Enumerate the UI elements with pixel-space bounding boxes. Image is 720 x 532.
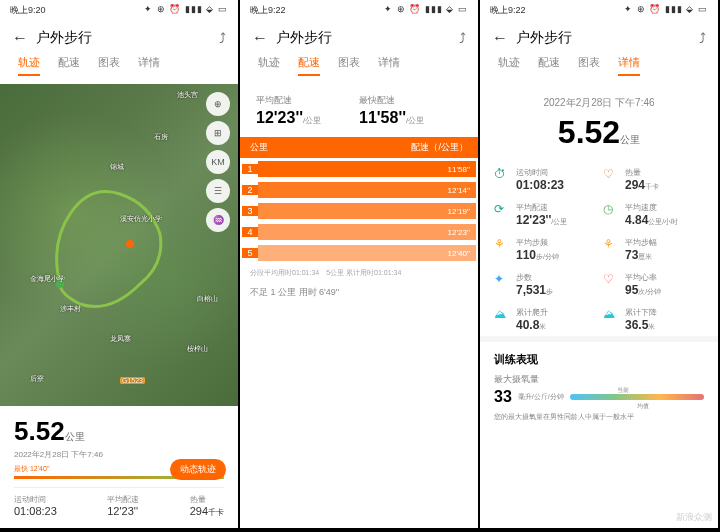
tab-chart[interactable]: 图表: [578, 55, 600, 76]
map-layers-icon[interactable]: ☰: [206, 179, 230, 203]
tab-track[interactable]: 轨迹: [498, 55, 520, 76]
map-km-icon[interactable]: KM: [206, 150, 230, 174]
stat-item: ♡热量294千卡: [603, 167, 704, 192]
training-section: 训练表现 最大摄氧量 33 毫升/公斤/分钟 当前 均值 您的最大摄氧量在男性同…: [480, 336, 718, 432]
map-poi: 桉梓山: [187, 344, 208, 354]
stat-icon: ◷: [603, 202, 619, 227]
status-bar: 晚上9:20✦ ⊕ ⏰ ▮▮▮ ⬙ ▭: [0, 0, 238, 21]
page-title: 户外步行: [36, 29, 211, 47]
header: ← 户外步行 ⤴: [480, 21, 718, 55]
pace-row: 412'23'': [240, 222, 478, 242]
map-poi: 池头宫: [177, 90, 198, 100]
vo2-value: 33: [494, 388, 512, 406]
map-route-icon[interactable]: ♒: [206, 208, 230, 232]
map-poi: 金海尾小学: [30, 274, 65, 284]
header: ← 户外步行 ⤴: [0, 21, 238, 55]
share-icon[interactable]: ⤴: [219, 30, 226, 46]
stat-icon: ⟳: [494, 202, 510, 227]
vo2-bar: 当前 均值: [570, 394, 704, 400]
tab-chart[interactable]: 图表: [338, 55, 360, 76]
stat-icon: ♡: [603, 272, 619, 297]
map-poi: 石房: [154, 132, 168, 142]
pace-row: 512'40'': [240, 243, 478, 263]
page-title: 户外步行: [276, 29, 451, 47]
tabs: 轨迹 配速 图表 详情: [240, 55, 478, 84]
stat-icon: ✦: [494, 272, 510, 297]
page-title: 户外步行: [516, 29, 691, 47]
tab-chart[interactable]: 图表: [98, 55, 120, 76]
back-icon[interactable]: ←: [12, 29, 28, 47]
stat-item: ✦步数7,531步: [494, 272, 595, 297]
summary-card: 动态轨迹 5.52公里 2022年2月28日 下午7:46 最快 12'40''…: [0, 406, 238, 528]
status-bar: 晚上9:22✦ ⊕ ⏰ ▮▮▮ ⬙ ▭: [480, 0, 718, 21]
tabs: 轨迹 配速 图表 详情: [0, 55, 238, 84]
pace-summary: 平均配速12'23''/公里 最快配速11'58''/公里: [240, 84, 478, 137]
stat-icon: ♡: [603, 167, 619, 192]
svg-point-1: [126, 240, 134, 248]
screen-pace: 晚上9:22✦ ⊕ ⏰ ▮▮▮ ⬙ ▭ ← 户外步行 ⤴ 轨迹 配速 图表 详情…: [240, 0, 478, 528]
stats-grid: ⏱运动时间01:08:23♡热量294千卡⟳平均配速12'23''/公里◷平均速…: [480, 163, 718, 336]
stat-icon: ⚘: [603, 237, 619, 262]
watermark: 新浪众测: [676, 511, 712, 524]
map-locate-icon[interactable]: ⊕: [206, 92, 230, 116]
tabs: 轨迹 配速 图表 详情: [480, 55, 718, 84]
back-icon[interactable]: ←: [492, 29, 508, 47]
dynamic-track-button[interactable]: 动态轨迹: [170, 459, 226, 480]
map-poi: 溪安仿光小学: [120, 214, 162, 224]
map-poi: 锦城: [110, 162, 124, 172]
tab-pace[interactable]: 配速: [298, 55, 320, 76]
map-poi: 涉丰村: [60, 304, 81, 314]
stat-icon: ⚘: [494, 237, 510, 262]
distance-value: 5.52: [14, 416, 65, 446]
stat-item: ◷平均速度4.84公里/小时: [603, 202, 704, 227]
status-bar: 晚上9:22✦ ⊕ ⏰ ▮▮▮ ⬙ ▭: [240, 0, 478, 21]
screen-detail: 晚上9:22✦ ⊕ ⏰ ▮▮▮ ⬙ ▭ ← 户外步行 ⤴ 轨迹 配速 图表 详情…: [480, 0, 718, 528]
stat-item: ⏱运动时间01:08:23: [494, 167, 595, 192]
share-icon[interactable]: ⤴: [459, 30, 466, 46]
back-icon[interactable]: ←: [252, 29, 268, 47]
stat-item: ⚘平均步幅73厘米: [603, 237, 704, 262]
map-poi: 龙凤寨: [110, 334, 131, 344]
pace-row: 111'58'': [240, 159, 478, 179]
map-road: G1523: [120, 377, 145, 384]
screen-track: 晚上9:20✦ ⊕ ⏰ ▮▮▮ ⬙ ▭ ← 户外步行 ⤴ 轨迹 配速 图表 详情…: [0, 0, 238, 528]
stat-icon: ⛰: [603, 307, 619, 332]
tab-track[interactable]: 轨迹: [258, 55, 280, 76]
pace-table-header: 公里配速（/公里）: [240, 137, 478, 158]
stat-item: ♡平均心率95次/分钟: [603, 272, 704, 297]
map-view[interactable]: 池头宫 石房 锦城 溪安仿光小学 金海尾小学 涉丰村 龙凤寨 后寮 桉梓山 白榕…: [0, 84, 238, 406]
map-type-icon[interactable]: ⊞: [206, 121, 230, 145]
tab-detail[interactable]: 详情: [138, 55, 160, 76]
stat-icon: ⏱: [494, 167, 510, 192]
stat-icon: ⛰: [494, 307, 510, 332]
stat-item: ⛰累计爬升40.8米: [494, 307, 595, 332]
share-icon[interactable]: ⤴: [699, 30, 706, 46]
tab-track[interactable]: 轨迹: [18, 55, 40, 76]
tab-pace[interactable]: 配速: [58, 55, 80, 76]
pace-row: 312'19'': [240, 201, 478, 221]
pace-note: 分段平均用时01:01:34 5公里 累计用时01:01:34: [240, 264, 478, 282]
header: ← 户外步行 ⤴: [240, 21, 478, 55]
stat-item: ⛰累计下降36.5米: [603, 307, 704, 332]
map-poi: 白榕山: [197, 294, 218, 304]
pace-rows: 111'58''212'14''312'19''412'23''512'40'': [240, 158, 478, 264]
map-poi: 后寮: [30, 374, 44, 384]
tab-detail[interactable]: 详情: [378, 55, 400, 76]
stat-item: ⚘平均步频110步/分钟: [494, 237, 595, 262]
tab-pace[interactable]: 配速: [538, 55, 560, 76]
pace-row: 212'14'': [240, 180, 478, 200]
pace-remainder: 不足 1 公里 用时 6'49'': [240, 282, 478, 303]
stat-item: ⟳平均配速12'23''/公里: [494, 202, 595, 227]
tab-detail[interactable]: 详情: [618, 55, 640, 76]
detail-summary: 2022年2月28日 下午7:46 5.52公里: [480, 84, 718, 163]
